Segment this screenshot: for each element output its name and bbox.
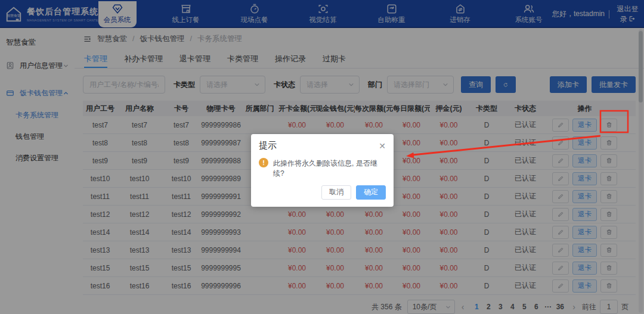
app-root: 智慧食堂 餐饮后台管理系统 MANAGEMENT SYSTEM OF SMART… — [0, 0, 644, 314]
dialog-title: 提示 — [259, 140, 277, 151]
dialog-body: ! 此操作将永久删除该信息, 是否继续? — [251, 154, 394, 185]
warning-icon: ! — [259, 158, 268, 167]
confirm-dialog: 提示 ✕ ! 此操作将永久删除该信息, 是否继续? 取消 确定 — [251, 134, 394, 207]
close-icon[interactable]: ✕ — [379, 142, 386, 150]
confirm-button[interactable]: 确定 — [356, 185, 386, 200]
dialog-header: 提示 ✕ — [251, 134, 394, 154]
dialog-footer: 取消 确定 — [251, 185, 394, 207]
cancel-button[interactable]: 取消 — [321, 185, 351, 200]
dialog-message: 此操作将永久删除该信息, 是否继续? — [273, 158, 386, 179]
